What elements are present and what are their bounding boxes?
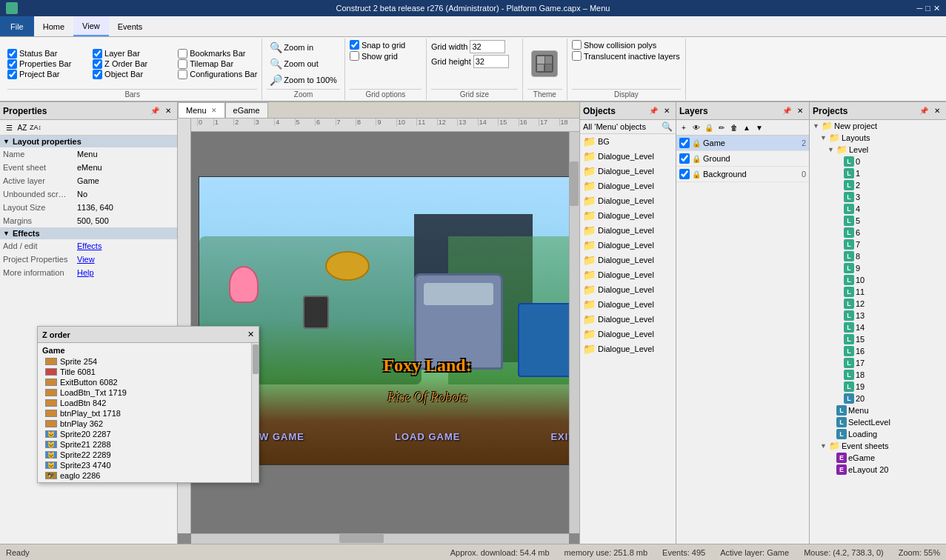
tree-event-sheets[interactable]: ▼ 📁 Event sheets: [810, 440, 946, 452]
tree-layouts[interactable]: ▼ 📁 Layouts: [810, 132, 946, 144]
obj-folder-dl-5[interactable]: 📁Dialogue_Level: [580, 208, 676, 223]
projects-pin-icon[interactable]: 📌: [918, 105, 930, 117]
tree-level-2[interactable]: L2: [810, 179, 946, 191]
snap-to-grid-checkbox[interactable]: Snap to grid: [350, 40, 405, 50]
tree-egame[interactable]: EeGame: [810, 452, 946, 464]
obj-folder-dl-3[interactable]: 📁Dialogue_Level: [580, 179, 676, 193]
maximize-btn[interactable]: □: [925, 4, 930, 13]
zoom-100-btn[interactable]: 🔎Zoom to 100%: [267, 73, 340, 87]
zorder-item-exitbutton6082[interactable]: ExitButton 6082: [39, 377, 250, 387]
obj-folder-dl-8[interactable]: 📁Dialogue_Level: [580, 253, 676, 267]
tree-selectlevel[interactable]: LSelectLevel: [810, 416, 946, 428]
layer-add-icon[interactable]: +: [678, 121, 690, 133]
menu-file[interactable]: File: [0, 16, 34, 36]
tree-level-6[interactable]: L6: [810, 227, 946, 239]
tree-level-11[interactable]: L11: [810, 286, 946, 298]
tab-egame[interactable]: eGame: [225, 102, 268, 118]
zorder-item-eaglo2286[interactable]: 🦅eaglo 2286: [39, 470, 250, 481]
zorder-item-loadbtntxt1719[interactable]: LoadBtn_Txt 1719: [39, 387, 250, 398]
az-icon[interactable]: AZ: [16, 121, 28, 133]
layer-game-visible[interactable]: [679, 138, 690, 148]
properties-close-icon[interactable]: ✕: [162, 105, 174, 117]
zorder-scrollbar[interactable]: [251, 343, 259, 482]
tree-level-20[interactable]: L20: [810, 393, 946, 404]
prop-more-info-link[interactable]: Help: [77, 268, 94, 277]
checkbox-properties-bar[interactable]: Properties Bar: [7, 59, 87, 69]
zorder-item-title6081[interactable]: Title 6081: [39, 367, 250, 377]
checkbox-object-bar[interactable]: Object Bar: [93, 70, 172, 79]
layer-up-icon[interactable]: ▲: [741, 121, 753, 133]
tree-level-10[interactable]: L10: [810, 274, 946, 286]
layers-pin-icon[interactable]: 📌: [781, 105, 793, 117]
layer-delete-icon[interactable]: 🗑: [728, 121, 740, 133]
effects-section[interactable]: ▼ Effects: [0, 227, 177, 239]
close-btn[interactable]: ✕: [933, 4, 940, 13]
window-controls[interactable]: ─ □ ✕: [917, 4, 940, 13]
layer-game[interactable]: 🔒 Game 2: [676, 136, 809, 151]
layer-down-icon[interactable]: ▼: [753, 121, 765, 133]
layers-close-icon[interactable]: ✕: [794, 105, 806, 117]
tree-level-19[interactable]: L19: [810, 381, 946, 393]
checkbox-status-bar[interactable]: Status Bar: [7, 49, 87, 59]
tree-level-14[interactable]: L14: [810, 321, 946, 333]
zorder-item-sprite234740[interactable]: 🐱Sprite23 4740: [39, 460, 250, 470]
zorder-item-loadbtn842[interactable]: LoadBtn 842: [39, 398, 250, 408]
tree-level-5[interactable]: L5: [810, 215, 946, 227]
tree-level-3[interactable]: L3: [810, 191, 946, 203]
zorder-item-sprite202287[interactable]: 🐱Sprite20 2287: [39, 429, 250, 439]
tree-level-9[interactable]: L9: [810, 262, 946, 274]
obj-folder-dl-10[interactable]: 📁Dialogue_Level: [580, 282, 676, 297]
obj-folder-dl-12[interactable]: 📁Dialogue_Level: [580, 312, 676, 327]
scrollbar-h-thumb[interactable]: [339, 534, 384, 543]
sort-icon[interactable]: ☰: [3, 121, 15, 133]
zorder-close-icon[interactable]: ✕: [247, 330, 254, 339]
checkbox-layer-bar[interactable]: Layer Bar: [93, 49, 172, 59]
obj-folder-dl-2[interactable]: 📁Dialogue_Level: [580, 164, 676, 179]
obj-folder-dl-6[interactable]: 📁Dialogue_Level: [580, 223, 676, 238]
minimize-btn[interactable]: ─: [917, 4, 923, 13]
scrollbar-horizontal[interactable]: [191, 533, 569, 544]
checkbox-zorder-bar[interactable]: Z Order Bar: [93, 59, 172, 69]
tree-level-0[interactable]: L0: [810, 156, 946, 167]
projects-close-icon[interactable]: ✕: [931, 105, 943, 117]
layout-properties-section[interactable]: ▼ Layout properties: [0, 136, 177, 147]
zorder-scroll-thumb[interactable]: [253, 344, 259, 374]
tree-level-13[interactable]: L13: [810, 310, 946, 321]
tree-level-4[interactable]: L4: [810, 203, 946, 215]
tree-level-18[interactable]: L18: [810, 369, 946, 381]
show-collision-polys-checkbox[interactable]: Show collision polys: [572, 40, 656, 50]
menu-home[interactable]: Home: [34, 16, 73, 36]
objects-pin-icon[interactable]: 📌: [647, 105, 659, 117]
tree-level-7[interactable]: L7: [810, 239, 946, 250]
layer-background[interactable]: 🔒 Background 0: [676, 167, 809, 182]
tree-loading[interactable]: LLoading: [810, 428, 946, 440]
zorder-item-btnplay362[interactable]: btnPlay 362: [39, 419, 250, 429]
properties-pin-icon[interactable]: 📌: [149, 105, 161, 117]
tab-menu-close[interactable]: ✕: [211, 107, 217, 114]
checkbox-bookmarks-bar[interactable]: Bookmarks Bar: [178, 49, 257, 59]
tree-level[interactable]: ▼ 📁 Level: [810, 144, 946, 156]
layer-ground[interactable]: 🔒 Ground: [676, 151, 809, 167]
obj-folder-dl-9[interactable]: 📁Dialogue_Level: [580, 267, 676, 282]
prop-add-edit-link[interactable]: Effects: [77, 241, 101, 250]
tree-root[interactable]: ▼ 📁 New project: [810, 120, 946, 132]
layer-ground-visible[interactable]: [679, 153, 690, 164]
layer-background-visible[interactable]: [679, 169, 690, 179]
obj-folder-bg[interactable]: 📁 BG: [580, 134, 676, 149]
tree-menu-layout[interactable]: LMenu: [810, 404, 946, 416]
tree-level-17[interactable]: L17: [810, 357, 946, 369]
tree-level-15[interactable]: L15: [810, 333, 946, 345]
tree-level-12[interactable]: L12: [810, 298, 946, 310]
scrollbar-vertical[interactable]: [569, 132, 579, 533]
obj-folder-dl-14[interactable]: 📁Dialogue_Level: [580, 341, 676, 356]
tab-menu[interactable]: Menu ✕: [178, 102, 225, 118]
tree-level-16[interactable]: L16: [810, 345, 946, 357]
obj-folder-dl-1[interactable]: 📁Dialogue_Level: [580, 149, 676, 164]
prop-project-properties-link[interactable]: View: [77, 255, 95, 264]
theme-style-btn[interactable]: [531, 50, 558, 77]
layer-edit-icon[interactable]: ✏: [716, 121, 727, 133]
obj-folder-dl-7[interactable]: 📁Dialogue_Level: [580, 238, 676, 253]
checkbox-configurations-bar[interactable]: Configurations Bar: [178, 70, 257, 79]
zorder-item-sprite254[interactable]: Sprite 254: [39, 356, 250, 367]
tree-level-1[interactable]: L1: [810, 167, 946, 179]
